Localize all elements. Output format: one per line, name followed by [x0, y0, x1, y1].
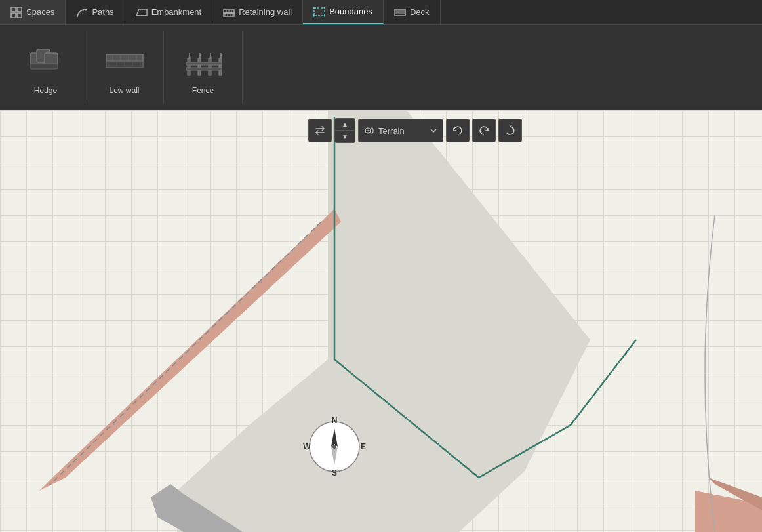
secondary-bar: Hedge Low wall [0, 25, 762, 110]
refresh-icon [504, 125, 516, 136]
compass-w: W [303, 442, 311, 451]
tool-hedge-label: Hedge [34, 86, 57, 95]
boundaries-icon [313, 6, 325, 18]
undo-button[interactable] [446, 119, 470, 142]
tool-low-wall-label: Low wall [109, 86, 139, 95]
embankment-icon [136, 7, 148, 18]
nav-paths-label: Paths [92, 7, 113, 17]
nav-embankment-label: Embankment [151, 7, 202, 17]
nav-deck-label: Deck [410, 7, 430, 17]
nav-boundaries[interactable]: Boundaries [303, 0, 384, 24]
nav-retaining-wall-label: Retaining wall [239, 7, 292, 17]
svg-rect-1 [17, 7, 22, 12]
svg-rect-3 [17, 13, 22, 18]
terrain-icon [364, 125, 374, 136]
tool-low-wall[interactable]: Low wall [92, 31, 164, 104]
terrain-dropdown[interactable]: Terrain [358, 119, 443, 142]
svg-rect-25 [30, 64, 58, 69]
nav-paths[interactable]: Paths [66, 0, 125, 24]
svg-rect-39 [209, 58, 211, 75]
nav-spaces-label: Spaces [26, 7, 54, 17]
nav-embankment[interactable]: Embankment [125, 0, 213, 24]
svg-rect-26 [106, 54, 143, 61]
compass-n: N [332, 416, 338, 425]
redo-icon [478, 125, 490, 136]
elevation-stepper[interactable]: ▲ ▼ [334, 118, 355, 143]
compass-e: E [361, 442, 366, 451]
svg-rect-46 [186, 68, 222, 70]
svg-rect-37 [188, 58, 190, 75]
svg-marker-42 [199, 53, 201, 58]
svg-point-18 [324, 14, 326, 16]
low-wall-icon [104, 40, 146, 82]
tool-hedge[interactable]: Hedge [13, 31, 85, 104]
tool-fence[interactable]: Fence [170, 31, 243, 104]
svg-rect-38 [198, 58, 201, 75]
deck-icon [394, 7, 406, 18]
swap-icon [314, 125, 326, 136]
refresh-button[interactable] [498, 119, 522, 142]
compass: N S E W [302, 414, 367, 480]
nav-boundaries-label: Boundaries [329, 7, 372, 16]
svg-marker-44 [220, 53, 222, 58]
map-svg [0, 110, 762, 532]
paths-icon [76, 7, 88, 18]
svg-rect-19 [395, 9, 405, 16]
top-nav: Spaces Paths Embankment [0, 0, 762, 25]
svg-rect-0 [11, 7, 16, 12]
chevron-down-icon [430, 127, 437, 134]
svg-rect-40 [219, 58, 222, 75]
floating-toolbar: ▲ ▼ Terrain [308, 118, 522, 143]
svg-marker-47 [177, 110, 590, 532]
svg-point-16 [324, 7, 326, 9]
elevation-up-btn[interactable]: ▲ [335, 119, 355, 131]
nav-deck[interactable]: Deck [384, 0, 441, 24]
fence-icon [182, 40, 224, 82]
compass-s: S [332, 468, 337, 478]
elevation-down-btn[interactable]: ▼ [335, 131, 355, 142]
svg-marker-41 [189, 53, 190, 58]
tool-fence-label: Fence [192, 86, 214, 95]
nav-retaining-wall[interactable]: Retaining wall [212, 0, 303, 24]
terrain-label: Terrain [378, 126, 405, 136]
nav-spaces[interactable]: Spaces [0, 0, 66, 24]
svg-rect-2 [11, 13, 16, 18]
compass-svg: N S E W [302, 414, 367, 480]
swap-button[interactable] [308, 119, 332, 142]
svg-point-15 [313, 7, 315, 9]
hedge-icon [25, 40, 67, 82]
redo-button[interactable] [472, 119, 496, 142]
svg-point-17 [313, 14, 315, 16]
retaining-wall-icon [223, 7, 235, 18]
spaces-icon [10, 7, 22, 18]
undo-icon [452, 125, 464, 136]
svg-rect-14 [314, 8, 325, 16]
svg-marker-43 [210, 53, 211, 58]
map-area[interactable]: ▲ ▼ Terrain [0, 110, 762, 532]
svg-rect-45 [186, 62, 222, 65]
svg-point-60 [332, 445, 336, 449]
